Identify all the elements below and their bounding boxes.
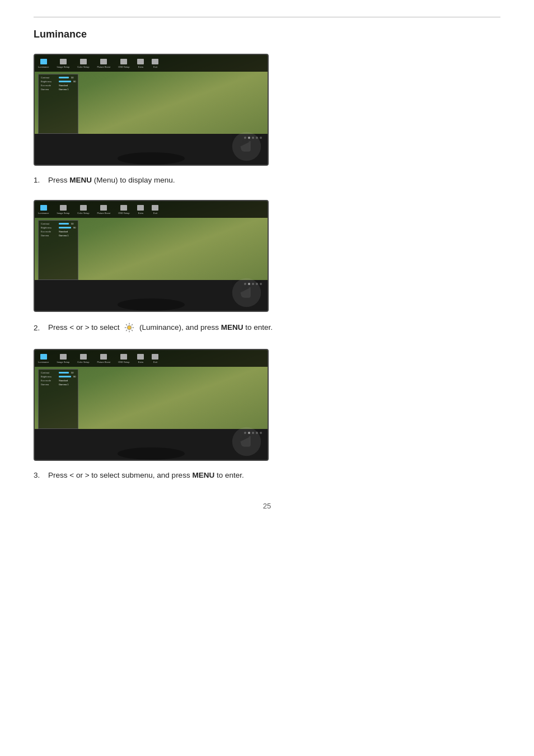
panel-row-ecomode: Eco mode Standard: [41, 84, 76, 87]
stand-base-1: [118, 152, 185, 165]
page-title: Luminance: [34, 29, 500, 40]
svg-line-9: [132, 324, 133, 325]
monitor-image-1: Luminance Image Setup Color Setup Pictur…: [34, 54, 269, 166]
stand-base-2: [118, 298, 185, 311]
menu-icon-6: [137, 59, 144, 64]
stand-neck-2: [143, 280, 160, 300]
menu-item-imagesetup-3: Image Setup: [57, 354, 70, 363]
content-area-1: Contrast 50 Brightness 90 Eco mode Stand…: [35, 72, 268, 136]
menu-item-osd-1: OSD Setup: [118, 59, 129, 68]
stand-neck-1: [143, 134, 160, 153]
menu-bar-1: Luminance Image Setup Color Setup Pictur…: [35, 55, 268, 72]
section-monitor2: Luminance Image Setup Color Setup Pictur…: [34, 200, 500, 333]
menu-item-imagesetup-1: Image Setup: [57, 59, 70, 68]
hand-icon-3: [231, 426, 262, 457]
top-divider: [34, 17, 500, 17]
menu-item-osd-3: OSD Setup: [118, 354, 129, 363]
stand-neck-3: [143, 429, 160, 449]
page-number: 25: [34, 502, 500, 510]
menu-item-exit-3: Exit: [152, 354, 158, 363]
panel3-row4: Gamma Gamma 1: [41, 383, 76, 386]
panel3-row3: Eco mode Standard: [41, 379, 76, 382]
content-area-2: Contrast 50 Brightness 90 Eco mode Stand…: [35, 218, 268, 282]
section-monitor3: Luminance Image Setup Color Setup Pictur…: [34, 349, 500, 479]
menu-icon-4: [100, 59, 107, 64]
menu-item-luminance-2: Luminance: [38, 205, 49, 214]
menu-icon-7: [152, 59, 158, 64]
panel-row-contrast: Contrast 50: [41, 76, 76, 79]
panel2-row2: Brightness 90: [41, 226, 76, 229]
menu-item-colorsetup-3: Color Setup: [77, 354, 89, 363]
stand-base-3: [118, 447, 185, 460]
monitor-image-3: Luminance Image Setup Color Setup Pictur…: [34, 349, 269, 461]
menu-item-extra-3: Extra: [137, 354, 144, 363]
instruction-step3: 3. Press < or > to select submenu, and p…: [34, 471, 500, 479]
menu-item-luminance-1: Luminance: [38, 59, 49, 68]
svg-line-10: [126, 330, 127, 331]
panel3-row1: Contrast 50: [41, 371, 76, 374]
menu-icon-1: [40, 59, 47, 64]
menu-bar-3: Luminance Image Setup Color Setup Pictur…: [35, 350, 268, 367]
svg-line-7: [126, 324, 127, 325]
menu-item-exit-1: Exit: [152, 59, 158, 68]
monitor-wrapper-2: Luminance Image Setup Color Setup Pictur…: [34, 200, 500, 312]
hand-icon-2: [231, 277, 262, 308]
content-area-3: Contrast 50 Brightness 90 Eco mode Stand…: [35, 367, 268, 431]
panel2-row4: Gamma Gamma 1: [41, 234, 76, 237]
menu-item-luminance-3: Luminance: [38, 354, 49, 363]
monitor-wrapper-1: Luminance Image Setup Color Setup Pictur…: [34, 54, 500, 166]
panel3-row2: Brightness 90: [41, 375, 76, 378]
luminance-icon: [124, 322, 135, 333]
monitor-image-2: Luminance Image Setup Color Setup Pictur…: [34, 200, 269, 312]
section-monitor1: Luminance Image Setup Color Setup Pictur…: [34, 54, 500, 184]
svg-line-8: [132, 330, 133, 331]
menu-item-pictureboost-1: Picture Boost: [97, 59, 110, 68]
svg-point-2: [128, 325, 132, 329]
menu-item-extra-1: Extra: [137, 59, 144, 68]
instruction-step1: 1. Press MENU (Menu) to display menu.: [34, 176, 500, 184]
hand-icon-1: [231, 131, 262, 162]
panel-row-gamma: Gamma Gamma 1: [41, 88, 76, 91]
menu-item-pictureboost-2: Picture Boost: [97, 205, 110, 214]
panel-row-brightness: Brightness 90: [41, 80, 76, 83]
monitor-screen-1: Luminance Image Setup Color Setup Pictur…: [35, 55, 268, 136]
menu-item-pictureboost-3: Picture Boost: [97, 354, 110, 363]
monitor-screen-3: Luminance Image Setup Color Setup Pictur…: [35, 350, 268, 431]
monitor-wrapper-3: Luminance Image Setup Color Setup Pictur…: [34, 349, 500, 461]
menu-icon-3: [80, 59, 87, 64]
menu-item-colorsetup-2: Color Setup: [77, 205, 89, 214]
monitor-screen-2: Luminance Image Setup Color Setup Pictur…: [35, 201, 268, 282]
panel2-row3: Eco mode Standard: [41, 230, 76, 233]
panel2-row1: Contrast 50: [41, 222, 76, 225]
menu-panel-3: Contrast 50 Brightness 90 Eco mode Stand…: [38, 369, 78, 429]
menu-item-extra-2: Extra: [137, 205, 144, 214]
menu-item-osd-2: OSD Setup: [118, 205, 129, 214]
menu-panel-2: Contrast 50 Brightness 90 Eco mode Stand…: [38, 220, 78, 280]
menu-icon-2: [60, 59, 67, 64]
menu-bar-2: Luminance Image Setup Color Setup Pictur…: [35, 201, 268, 218]
menu-panel-1: Contrast 50 Brightness 90 Eco mode Stand…: [38, 74, 78, 134]
menu-icon-5: [120, 59, 127, 64]
instruction-step2: 2. Press < or > to select (Luminance), a…: [34, 322, 500, 333]
menu-item-imagesetup-2: Image Setup: [57, 205, 70, 214]
menu-item-colorsetup-1: Color Setup: [77, 59, 89, 68]
menu-item-exit-2: Exit: [152, 205, 158, 214]
